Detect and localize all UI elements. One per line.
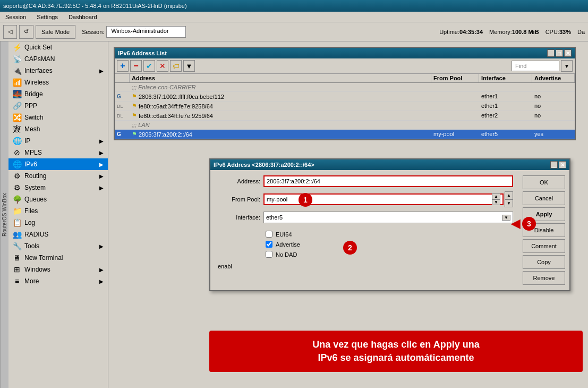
back-button[interactable]: ◁: [3, 25, 17, 39]
sidebar-item-wireless[interactable]: 📶 Wireless: [8, 77, 108, 88]
radius-icon: 👥: [13, 230, 21, 239]
sidebar-item-tools[interactable]: 🔧 Tools ▶: [8, 240, 108, 252]
interface-dropdown[interactable]: ▼: [502, 215, 510, 221]
sidebar-item-radius[interactable]: 👥 RADIUS: [8, 229, 108, 240]
from-pool-down[interactable]: ▼: [492, 199, 500, 205]
sidebar-item-quick-set[interactable]: ⚡ Quick Set: [8, 41, 108, 53]
pool-browse-down[interactable]: ▼: [505, 199, 513, 207]
enable-button[interactable]: ✔: [143, 60, 155, 72]
eui64-checkbox[interactable]: [266, 231, 272, 238]
files-icon: 📁: [13, 207, 21, 215]
interface-label: Interface:: [216, 214, 263, 221]
menu-settings[interactable]: Settings: [33, 13, 61, 21]
queues-icon: 🌳: [13, 195, 21, 204]
dialog-window-controls: _ ✕: [550, 161, 566, 168]
bridge-icon: 🌉: [13, 90, 21, 98]
table-row[interactable]: DL ⚑fe80::c6ad:34ff:fe7e:9258/64 ether1 …: [115, 102, 575, 111]
safe-mode-button[interactable]: Safe Mode: [36, 25, 75, 39]
table-row[interactable]: G ⚑2806:3f7:1002::ffff:f0ca:bebe/112 eth…: [115, 92, 575, 102]
col-from-pool: From Pool: [431, 74, 479, 82]
sidebar-item-mpls[interactable]: ⊘ MPLS ▶: [8, 147, 108, 158]
from-pool-row: From Pool: my-pool ▲ ▼ ▲ ▼: [216, 191, 513, 207]
info-banner: Una vez que hagas clic en Apply una IPv6…: [209, 331, 583, 372]
sidebar-item-log[interactable]: 📋 Log: [8, 217, 108, 229]
comment-button[interactable]: Comment: [523, 239, 565, 253]
main-layout: RouterOS WinBox ⚡ Quick Set 📡 CAPsMAN 🔌 …: [0, 41, 588, 388]
sidebar-item-interfaces[interactable]: 🔌 Interfaces ▶: [8, 65, 108, 77]
system-arrow: ▶: [99, 185, 104, 191]
disable-button[interactable]: ✕: [157, 60, 168, 72]
advertise-checkbox[interactable]: [266, 241, 272, 248]
windows-icon: ⊞: [13, 265, 21, 274]
system-icon: ⚙: [13, 183, 21, 192]
interface-row: Interface: ether5 ▼: [216, 212, 513, 223]
address-input[interactable]: [263, 175, 513, 187]
windows-arrow: ▶: [99, 267, 104, 273]
ok-button[interactable]: OK: [523, 175, 565, 189]
ipv6-icon: 🌐: [13, 160, 21, 168]
title-bar: soporte@C4:AD:34:7E:92:5C - 5.48.4 on RB…: [0, 0, 588, 12]
sidebar-item-ipv6[interactable]: 🌐 IPv6 ▶: [8, 158, 108, 170]
minimize-button[interactable]: _: [547, 49, 555, 57]
cpu-label: CPU:33%: [546, 29, 571, 35]
cancel-button[interactable]: Cancel: [523, 191, 565, 205]
capsman-icon: 📡: [13, 55, 21, 63]
find-input[interactable]: [512, 61, 559, 71]
copy-button[interactable]: Copy: [523, 255, 565, 269]
from-pool-up[interactable]: ▲: [492, 193, 500, 199]
menu-session[interactable]: Session: [2, 13, 29, 21]
remove-button[interactable]: −: [130, 60, 142, 72]
ipv6-list-title: IPv6 Address List _ □ ✕: [115, 48, 575, 58]
sidebar-item-capsman[interactable]: 📡 CAPsMAN: [8, 53, 108, 65]
menu-bar: Session Settings Dashboard: [0, 12, 588, 22]
table-row[interactable]: DL ⚑fe80::c6ad:34ff:fe7e:9259/64 ether2 …: [115, 111, 575, 121]
sidebar-item-routing[interactable]: ⚙ Routing ▶: [8, 170, 108, 182]
eui64-label: EUI64: [276, 231, 292, 238]
dialog-minimize-button[interactable]: _: [550, 161, 558, 168]
menu-dashboard[interactable]: Dashboard: [65, 13, 100, 21]
sidebar-item-system[interactable]: ⚙ System ▶: [8, 182, 108, 193]
dialog-close-button[interactable]: ✕: [559, 161, 566, 168]
col-address: Address: [130, 74, 431, 82]
sidebar-item-mesh[interactable]: 🕸 Mesh: [8, 123, 108, 135]
comment-button[interactable]: 🏷: [170, 60, 182, 72]
col-interface: Interface: [479, 74, 532, 82]
col-advertise: Advertise: [532, 74, 575, 82]
maximize-button[interactable]: □: [556, 49, 563, 57]
filter-button[interactable]: ▼: [183, 60, 195, 72]
sidebar-item-new-terminal[interactable]: 🖥 New Terminal: [8, 252, 108, 264]
forward-button[interactable]: ↺: [19, 25, 33, 39]
new-terminal-icon: 🖥: [13, 254, 21, 262]
no-dad-checkbox[interactable]: [266, 251, 272, 258]
dropdown-button[interactable]: ▼: [561, 60, 573, 72]
sidebar-item-ip[interactable]: 🌐 IP ▶: [8, 135, 108, 147]
quick-set-icon: ⚡: [13, 43, 21, 52]
remove-button[interactable]: Remove: [523, 271, 565, 285]
close-button[interactable]: ✕: [564, 49, 572, 57]
sidebar-item-more[interactable]: ≡ More ▶: [8, 275, 108, 287]
switch-icon: 🔀: [13, 113, 21, 122]
add-button[interactable]: +: [117, 60, 129, 72]
memory-label: Memory:100.8 MiB: [489, 29, 539, 35]
sidebar-item-bridge[interactable]: 🌉 Bridge: [8, 88, 108, 100]
enable-section: enabl: [216, 263, 513, 269]
log-icon: 📋: [13, 218, 21, 227]
ip-icon: 🌐: [13, 137, 21, 145]
ip-arrow: ▶: [99, 138, 104, 144]
interface-select[interactable]: ether5 ▼: [263, 212, 513, 223]
sidebar-item-windows[interactable]: ⊞ Windows ▶: [8, 264, 108, 275]
sidebar-item-ppp[interactable]: 🔗 PPP: [8, 100, 108, 112]
sidebar-item-files[interactable]: 📁 Files: [8, 205, 108, 217]
more-icon: ≡: [13, 277, 21, 285]
routeros-winbox-label: RouterOS WinBox: [0, 41, 8, 388]
ppp-icon: 🔗: [13, 102, 21, 110]
session-box: Winbox-Administrador: [106, 26, 186, 38]
table-row[interactable]: G ⚑2806:3f7:a200:2::/64 my-pool ether5 y…: [115, 130, 575, 139]
table-toolbar: + − ✔ ✕ 🏷 ▼ ▼: [115, 58, 575, 74]
pool-browse-up[interactable]: ▲: [505, 191, 513, 199]
table-row[interactable]: ;;; LAN: [115, 121, 575, 130]
table-row[interactable]: ;;; Enlace-con-CARRIER: [115, 83, 575, 92]
sidebar-item-switch[interactable]: 🔀 Switch: [8, 112, 108, 123]
sidebar-item-queues[interactable]: 🌳 Queues: [8, 193, 108, 205]
badge-2: 2: [343, 241, 357, 255]
